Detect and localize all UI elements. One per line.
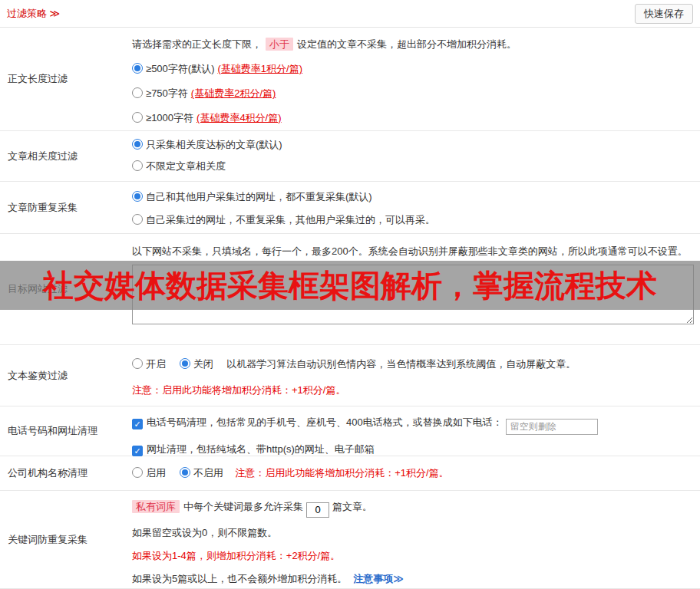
option-label: 关闭: [193, 358, 213, 370]
option-label: 不启用: [193, 467, 223, 479]
section-target-site-filter: 目标网站过滤 以下网站不采集，只填域名，每行一个，最多200个。系统会自动识别并…: [0, 234, 700, 345]
keyword-note-cost: 如果设为1-4篇，则增加积分消耗：+2积分/篇。: [132, 548, 694, 564]
checkbox-phone-clean-icon[interactable]: [132, 419, 143, 429]
blocked-sites-textarea[interactable]: [132, 265, 694, 324]
quick-save-button[interactable]: 快速保存: [635, 4, 693, 24]
fee-note: (基础费率2积分/篇): [191, 87, 276, 99]
porn-filter-note: 注意：启用此功能将增加积分消耗：+1积分/篇。: [132, 383, 694, 398]
section-label: 文章防重复采集: [0, 182, 132, 233]
url-clean-option[interactable]: 网址清理，包括纯域名、带http(s)的网址、电子邮箱: [132, 441, 694, 458]
option-label: 只采集相关度达标的文章(默认): [146, 139, 282, 150]
radio-porn-on-icon[interactable]: [132, 358, 143, 369]
section-label: 公司机构名称清理: [0, 456, 132, 490]
radio-750-icon[interactable]: [132, 87, 143, 98]
checkbox-url-clean-icon[interactable]: [132, 446, 143, 456]
option-label: 自己采集过的网址，不重复采集，其他用户采集过的，可以再采。: [146, 214, 435, 225]
toolbar: 过滤策略 ≫ 快速保存: [0, 0, 700, 28]
notes-link[interactable]: 注意事项≫: [353, 573, 404, 584]
length-option-750[interactable]: ≥750字符(基础费率2积分/篇): [132, 86, 694, 101]
radio-relevance-strict-icon[interactable]: [132, 139, 143, 150]
keyword-note-zero: 如果留空或设为0，则不限篇数。: [132, 525, 694, 541]
porn-option-on[interactable]: 开启: [132, 358, 166, 370]
section-label: 正文长度过滤: [0, 28, 132, 130]
fee-note: (基础费率1积分/篇): [217, 63, 302, 74]
company-option-off[interactable]: 不启用: [180, 467, 223, 479]
phone-clean-option[interactable]: 电话号码清理，包括常见的手机号、座机号、400电话格式，或替换成如下电话：: [132, 414, 694, 435]
section-label: 电话号码和网址清理: [0, 406, 132, 456]
option-label: ≥750字符: [146, 87, 188, 99]
section-label: 文章相关度过滤: [0, 131, 132, 181]
option-label: 开启: [146, 358, 166, 370]
section-label: 目标网站过滤: [0, 234, 132, 344]
line-text: 中每个关键词最多允许采集: [183, 501, 303, 512]
section-label: 关键词防重复采集: [0, 491, 132, 588]
radio-1000-icon[interactable]: [132, 112, 143, 123]
option-label: ≥500字符(默认): [146, 63, 214, 74]
radio-500-icon[interactable]: [132, 63, 143, 74]
line-text: 篇文章。: [332, 501, 372, 512]
radio-company-off-icon[interactable]: [180, 467, 190, 478]
line-text: 如果设为5篇或以上，也不会额外增加积分消耗。: [132, 573, 347, 584]
private-lexicon-chip: 私有词库: [132, 500, 180, 513]
keyword-count-input[interactable]: [306, 502, 329, 518]
relevance-option-any[interactable]: 不限定文章相关度: [132, 159, 694, 174]
section-body-length-filter: 正文长度过滤 请选择需求的正文长度下限，小于设定值的文章不采集，超出部分不增加积…: [0, 28, 700, 131]
radio-dedup-self-icon[interactable]: [132, 214, 143, 225]
radio-porn-off-icon[interactable]: [180, 358, 190, 369]
section-porn-filter: 文本鉴黄过滤 开启 关闭 以机器学习算法自动识别色情内容，当色情概率达到系统阈值…: [0, 345, 700, 406]
replacement-phone-input[interactable]: [506, 419, 598, 435]
porn-filter-description: 以机器学习算法自动识别色情内容，当色情概率达到系统阈值，自动屏蔽文章。: [226, 358, 576, 370]
company-clean-note: 注意：启用此功能将增加积分消耗：+1积分/篇。: [235, 467, 448, 479]
option-label: 网址清理，包括纯域名、带http(s)的网址、电子邮箱: [147, 443, 375, 455]
length-option-1000[interactable]: ≥1000字符(基础费率4积分/篇): [132, 110, 694, 126]
section-label: 文本鉴黄过滤: [0, 345, 132, 406]
radio-relevance-any-icon[interactable]: [132, 160, 143, 171]
option-label: 自己和其他用户采集过的网址，都不重复采集(默认): [146, 191, 372, 202]
highlight-less-than: 小于: [266, 38, 293, 51]
porn-filter-options: 开启 关闭 以机器学习算法自动识别色情内容，当色情概率达到系统阈值，自动屏蔽文章…: [132, 357, 694, 372]
relevance-option-strict[interactable]: 只采集相关度达标的文章(默认): [132, 137, 694, 153]
desc-text: 请选择需求的正文长度下限，: [132, 38, 262, 50]
option-label: 电话号码清理，包括常见的手机号、座机号、400电话格式，或替换成如下电话：: [147, 416, 503, 428]
company-option-on[interactable]: 启用: [132, 467, 166, 479]
length-option-500[interactable]: ≥500字符(默认)(基础费率1积分/篇): [132, 61, 694, 77]
porn-option-off[interactable]: 关闭: [180, 358, 213, 370]
radio-company-on-icon[interactable]: [132, 467, 143, 478]
keyword-note-five: 如果设为5篇或以上，也不会额外增加积分消耗。注意事项≫: [132, 571, 694, 587]
section-relevance-filter: 文章相关度过滤 只采集相关度达标的文章(默认) 不限定文章相关度: [0, 131, 700, 182]
length-filter-description: 请选择需求的正文长度下限，小于设定值的文章不采集，超出部分不增加积分消耗。: [132, 37, 694, 52]
dedup-option-self[interactable]: 自己采集过的网址，不重复采集，其他用户采集过的，可以再采。: [132, 212, 694, 228]
option-label: 启用: [146, 467, 166, 479]
section-company-name-clean: 公司机构名称清理 启用 不启用 注意：启用此功能将增加积分消耗：+1积分/篇。: [0, 456, 700, 491]
section-dedup-collect: 文章防重复采集 自己和其他用户采集过的网址，都不重复采集(默认) 自己采集过的网…: [0, 182, 700, 234]
section-keyword-dedup: 关键词防重复采集 私有词库中每个关键词最多允许采集篇文章。 如果留空或设为0，则…: [0, 491, 700, 589]
desc-text: 设定值的文章不采集，超出部分不增加积分消耗。: [297, 38, 517, 50]
fee-note: (基础费率4积分/篇): [196, 112, 282, 123]
option-label: ≥1000字符: [146, 112, 193, 123]
dedup-option-global[interactable]: 自己和其他用户采集过的网址，都不重复采集(默认): [132, 189, 694, 205]
option-label: 不限定文章相关度: [146, 160, 226, 172]
section-phone-url-clean: 电话号码和网址清理 电话号码清理，包括常见的手机号、座机号、400电话格式，或替…: [0, 406, 700, 456]
target-filter-description: 以下网站不采集，只填域名，每行一个，最多200个。系统会自动识别并屏蔽那些非文章…: [132, 242, 694, 261]
radio-dedup-global-icon[interactable]: [132, 191, 143, 202]
page-title[interactable]: 过滤策略 ≫: [7, 6, 60, 21]
keyword-limit-line: 私有词库中每个关键词最多允许采集篇文章。: [132, 499, 694, 518]
